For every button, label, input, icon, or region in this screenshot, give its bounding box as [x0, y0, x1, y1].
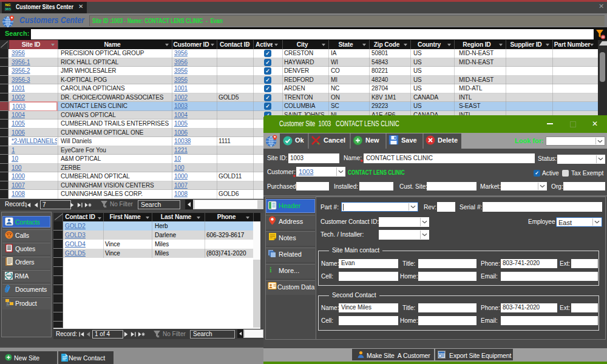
svg-text:RMA: RMA — [7, 275, 12, 277]
